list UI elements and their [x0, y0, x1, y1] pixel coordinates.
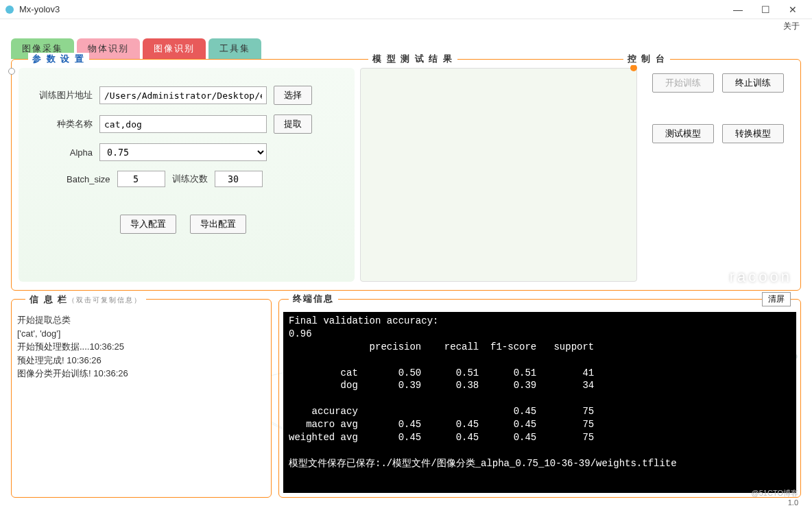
alpha-label: Alpha — [31, 147, 93, 158]
info-panel: 信 息 栏（双击可复制信息） 开始提取总类 ['cat', 'dog'] 开始预… — [11, 299, 272, 498]
batch-label: Batch_size — [67, 174, 110, 184]
tab-image-classify[interactable]: 图像识别 — [143, 38, 206, 59]
info-line[interactable]: 预处理完成! 10:36:26 — [17, 354, 265, 367]
terminal-output[interactable]: Final validation accuracy: 0.96 precisio… — [283, 312, 796, 493]
params-section: 训练图片地址 选择 种类名称 提取 Alpha 0.75 Batch_size … — [19, 68, 355, 282]
tab-tools[interactable]: 工具集 — [208, 38, 261, 59]
train-path-label: 训练图片地址 — [31, 89, 93, 101]
console-section: 开始训练 终止训练 测试模型 转换模型 — [643, 60, 800, 290]
convert-model-button[interactable]: 转换模型 — [722, 124, 784, 143]
info-title: 信 息 栏（双击可复制信息） — [25, 293, 146, 306]
menu-about[interactable]: 关于 — [783, 21, 800, 31]
info-line[interactable]: 开始预处理数据....10:36:25 — [17, 340, 265, 354]
app-icon — [5, 5, 14, 14]
sample-label: racoon — [730, 268, 792, 286]
alpha-select[interactable]: 0.75 — [99, 143, 267, 161]
window-title: Mx-yolov3 — [19, 4, 60, 14]
panel-title-test: 模 型 测 试 结 果 — [368, 53, 457, 65]
choose-button[interactable]: 选择 — [274, 86, 312, 105]
bottom-area: 信 息 栏（双击可复制信息） 开始提取总类 ['cat', 'dog'] 开始预… — [11, 299, 801, 498]
terminal-title: 终端信息 — [289, 293, 338, 305]
export-config-button[interactable]: 导出配置 — [190, 215, 246, 234]
terminal-panel: 终端信息 清屏 Final validation accuracy: 0.96 … — [278, 299, 801, 498]
close-button[interactable]: ✕ — [779, 4, 807, 15]
minimize-button[interactable]: — — [724, 4, 752, 15]
panel-dot-right — [630, 64, 637, 71]
panel-dot-left — [8, 68, 15, 75]
info-line[interactable]: 图像分类开始训练! 10:36:26 — [17, 367, 265, 380]
watermark: @51CTO博客 — [752, 488, 798, 498]
test-result-section — [360, 68, 637, 282]
info-line[interactable]: ['cat', 'dog'] — [17, 327, 265, 341]
batch-spin[interactable] — [117, 171, 165, 187]
epochs-spin[interactable] — [215, 171, 263, 187]
train-path-input[interactable] — [99, 86, 267, 104]
clear-terminal-button[interactable]: 清屏 — [762, 292, 791, 306]
extract-button[interactable]: 提取 — [274, 114, 312, 134]
main-panel: 参 数 设 置 模 型 测 试 结 果 控 制 台 训练图片地址 选择 种类名称… — [11, 59, 801, 291]
import-config-button[interactable]: 导入配置 — [120, 215, 176, 234]
info-line[interactable]: 开始提取总类 — [17, 313, 265, 327]
class-input[interactable] — [99, 115, 267, 133]
epochs-label: 训练次数 — [172, 173, 208, 185]
titlebar: Mx-yolov3 — ☐ ✕ — [0, 0, 812, 19]
start-train-button[interactable]: 开始训练 — [652, 73, 714, 93]
version-label: 1.0 — [788, 498, 798, 507]
menubar: 关于 — [0, 19, 812, 33]
stop-train-button[interactable]: 终止训练 — [722, 73, 784, 93]
class-label: 种类名称 — [31, 118, 93, 130]
test-model-button[interactable]: 测试模型 — [652, 124, 714, 143]
panel-title-console: 控 制 台 — [623, 53, 670, 65]
panel-title-params: 参 数 设 置 — [28, 53, 89, 65]
maximize-button[interactable]: ☐ — [752, 4, 779, 15]
